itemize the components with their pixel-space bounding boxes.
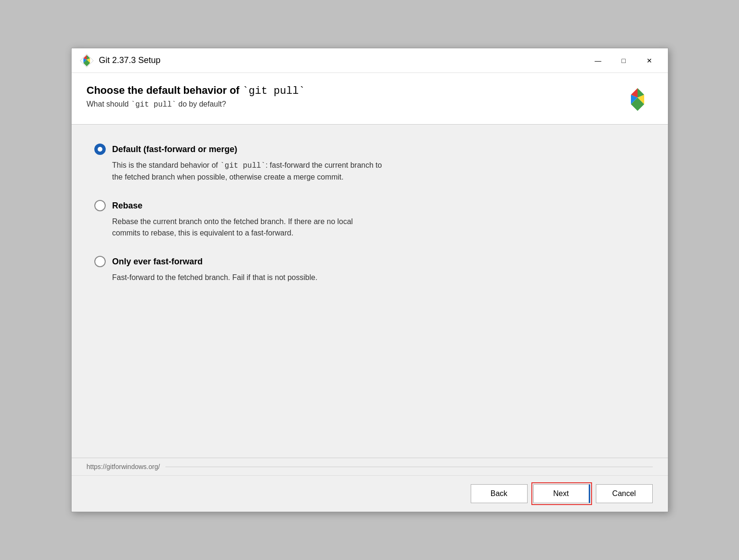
window-title: Git 2.37.3 Setup [99,55,587,65]
close-button[interactable]: ✕ [639,53,660,68]
maximize-button[interactable]: □ [613,53,635,68]
option-ffonly-label[interactable]: Only ever fast-forward [94,256,645,267]
header-text: Choose the default behavior of `git pull… [87,84,613,109]
radio-rebase[interactable] [94,200,106,211]
option-default-title: Default (fast-forward or merge) [112,145,237,154]
url-bar-line [165,467,652,467]
option-ffonly: Only ever fast-forward Fast-forward to t… [94,256,645,283]
content-area: Default (fast-forward or merge) This is … [72,125,668,458]
option-rebase-desc: Rebase the current branch onto the fetch… [112,216,645,239]
minimize-button[interactable]: — [587,53,609,68]
radio-default-inner [98,147,102,152]
next-button[interactable]: Next [533,484,590,503]
header-git-logo-icon [622,84,653,115]
page-subtitle: What should `git pull` do by default? [87,100,613,109]
titlebar: Git 2.37.3 Setup — □ ✕ [72,48,668,73]
option-default-label[interactable]: Default (fast-forward or merge) [94,144,645,155]
option-rebase-title: Rebase [112,201,143,211]
option-default-desc: This is the standard behavior of `git pu… [112,160,645,183]
radio-default[interactable] [94,144,106,155]
git-logo-icon [79,53,94,68]
option-rebase-label[interactable]: Rebase [94,200,645,211]
option-ffonly-title: Only ever fast-forward [112,257,203,267]
option-default: Default (fast-forward or merge) This is … [94,144,645,183]
option-rebase: Rebase Rebase the current branch onto th… [94,200,645,239]
back-button[interactable]: Back [471,484,528,503]
url-text: https://gitforwindows.org/ [87,463,160,470]
radio-ffonly[interactable] [94,256,106,267]
url-bar: https://gitforwindows.org/ [72,458,668,475]
header: Choose the default behavior of `git pull… [72,73,668,125]
window-controls: — □ ✕ [587,53,660,68]
option-ffonly-desc: Fast-forward to the fetched branch. Fail… [112,272,645,283]
footer: Back Next Cancel [72,475,668,512]
setup-window: Git 2.37.3 Setup — □ ✕ Choose the defaul… [71,48,668,512]
page-title: Choose the default behavior of `git pull… [87,84,613,97]
cancel-button[interactable]: Cancel [596,484,653,503]
